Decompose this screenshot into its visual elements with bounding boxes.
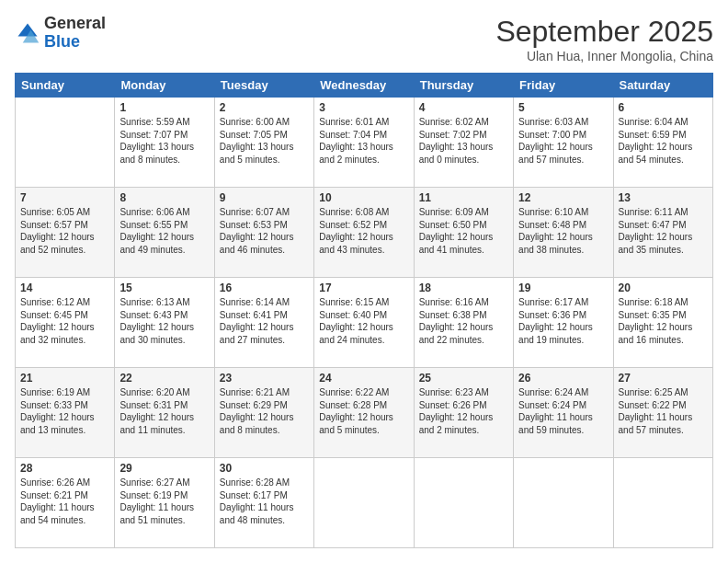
- cell-info-line: Daylight: 11 hours: [20, 501, 109, 514]
- cell-info-line: and 16 minutes.: [619, 334, 708, 347]
- cell-info-line: Sunrise: 6:26 AM: [20, 477, 109, 489]
- calendar-cell: 18Sunrise: 6:16 AMSunset: 6:38 PMDayligh…: [414, 278, 513, 368]
- cell-info-line: Sunrise: 6:11 AM: [619, 206, 708, 219]
- calendar-cell: 20Sunrise: 6:18 AMSunset: 6:35 PMDayligh…: [613, 278, 712, 368]
- cell-info-line: and 8 minutes.: [119, 154, 209, 167]
- day-number: 7: [20, 191, 109, 204]
- header-cell-thursday: Thursday: [414, 74, 513, 98]
- cell-info-line: Sunset: 6:26 PM: [419, 399, 508, 412]
- calendar-cell: 8Sunrise: 6:06 AMSunset: 6:55 PMDaylight…: [115, 188, 214, 278]
- cell-info-line: Sunset: 6:57 PM: [20, 219, 109, 232]
- cell-info-line: Sunrise: 6:27 AM: [119, 477, 209, 489]
- day-number: 20: [619, 282, 708, 294]
- calendar-cell: 7Sunrise: 6:05 AMSunset: 6:57 PMDaylight…: [16, 188, 115, 278]
- cell-info-line: and 52 minutes.: [20, 244, 109, 257]
- cell-info-line: Sunrise: 6:14 AM: [220, 296, 309, 309]
- header-cell-monday: Monday: [115, 74, 214, 98]
- calendar-cell: 15Sunrise: 6:13 AMSunset: 6:43 PMDayligh…: [115, 278, 214, 368]
- cell-info-line: and 46 minutes.: [220, 244, 309, 257]
- calendar-cell: 17Sunrise: 6:15 AMSunset: 6:40 PMDayligh…: [314, 278, 414, 368]
- cell-info-line: and 8 minutes.: [220, 424, 309, 437]
- cell-info-line: Sunset: 6:36 PM: [518, 309, 608, 322]
- day-number: 24: [319, 372, 408, 385]
- cell-info-line: Sunrise: 6:12 AM: [20, 296, 109, 309]
- cell-info-line: and 48 minutes.: [220, 514, 309, 527]
- cell-info-line: Sunset: 6:45 PM: [20, 309, 109, 322]
- cell-info-line: Sunrise: 6:15 AM: [319, 296, 408, 309]
- cell-info-line: Daylight: 12 hours: [518, 321, 608, 334]
- calendar-cell: 1Sunrise: 5:59 AMSunset: 7:07 PMDaylight…: [115, 98, 214, 188]
- cell-info-line: Sunset: 6:19 PM: [119, 489, 209, 502]
- cell-info-line: Sunset: 6:24 PM: [518, 399, 608, 412]
- cell-info-line: Daylight: 12 hours: [619, 141, 708, 154]
- day-number: 10: [319, 191, 408, 204]
- day-number: 18: [419, 282, 508, 294]
- month-title: September 2025: [495, 15, 713, 49]
- cell-info-line: Daylight: 11 hours: [220, 501, 309, 514]
- cell-info-line: Sunset: 6:33 PM: [20, 399, 109, 412]
- cell-info-line: Sunset: 6:43 PM: [119, 309, 209, 322]
- cell-info-line: Sunset: 6:53 PM: [220, 219, 309, 232]
- calendar-cell: 26Sunrise: 6:24 AMSunset: 6:24 PMDayligh…: [514, 368, 613, 458]
- cell-info-line: and 59 minutes.: [518, 424, 608, 437]
- cell-info-line: and 11 minutes.: [119, 424, 209, 437]
- cell-info-line: Sunset: 6:17 PM: [220, 489, 309, 502]
- calendar-cell: 14Sunrise: 6:12 AMSunset: 6:45 PMDayligh…: [16, 278, 115, 368]
- cell-info-line: and 32 minutes.: [20, 334, 109, 347]
- cell-info-line: Daylight: 12 hours: [419, 321, 508, 334]
- cell-info-line: and 43 minutes.: [319, 244, 408, 257]
- day-number: 29: [119, 462, 209, 475]
- cell-info-line: Sunset: 7:07 PM: [119, 129, 209, 142]
- day-number: 28: [20, 462, 109, 475]
- header-cell-tuesday: Tuesday: [214, 74, 313, 98]
- calendar-cell: 3Sunrise: 6:01 AMSunset: 7:04 PMDaylight…: [314, 98, 414, 188]
- calendar-cell: 23Sunrise: 6:21 AMSunset: 6:29 PMDayligh…: [214, 368, 313, 458]
- cell-info-line: Sunset: 6:21 PM: [20, 489, 109, 502]
- title-block: September 2025 Ulan Hua, Inner Mongolia,…: [495, 15, 713, 63]
- location: Ulan Hua, Inner Mongolia, China: [495, 49, 713, 63]
- cell-info-line: Sunrise: 6:20 AM: [119, 386, 209, 399]
- calendar-cell: 2Sunrise: 6:00 AMSunset: 7:05 PMDaylight…: [214, 98, 313, 188]
- cell-info-line: Sunrise: 6:03 AM: [518, 116, 608, 129]
- day-number: 1: [119, 101, 209, 114]
- cell-info-line: and 22 minutes.: [419, 334, 508, 347]
- cell-info-line: Sunrise: 6:25 AM: [619, 386, 708, 399]
- calendar-cell: 13Sunrise: 6:11 AMSunset: 6:47 PMDayligh…: [613, 188, 712, 278]
- cell-info-line: Sunrise: 6:07 AM: [220, 206, 309, 219]
- calendar-cell: 10Sunrise: 6:08 AMSunset: 6:52 PMDayligh…: [314, 188, 414, 278]
- cell-info-line: Daylight: 12 hours: [119, 231, 209, 244]
- cell-info-line: Sunrise: 6:19 AM: [20, 386, 109, 399]
- cell-info-line: Sunrise: 6:16 AM: [419, 296, 508, 309]
- day-number: 5: [518, 101, 608, 114]
- cell-info-line: and 49 minutes.: [119, 244, 209, 257]
- cell-info-line: and 57 minutes.: [518, 154, 608, 167]
- day-number: 15: [119, 282, 209, 294]
- day-number: 6: [619, 101, 708, 114]
- calendar-cell: [414, 458, 513, 548]
- logo-general: General: [44, 14, 106, 32]
- day-number: 16: [220, 282, 309, 294]
- cell-info-line: Sunrise: 6:00 AM: [220, 116, 309, 129]
- week-row-4: 28Sunrise: 6:26 AMSunset: 6:21 PMDayligh…: [16, 458, 713, 548]
- cell-info-line: and 2 minutes.: [419, 424, 508, 437]
- cell-info-line: Sunset: 6:55 PM: [119, 219, 209, 232]
- cell-info-line: Sunset: 7:04 PM: [319, 129, 408, 142]
- calendar-cell: 19Sunrise: 6:17 AMSunset: 6:36 PMDayligh…: [514, 278, 613, 368]
- cell-info-line: and 19 minutes.: [518, 334, 608, 347]
- week-row-0: 1Sunrise: 5:59 AMSunset: 7:07 PMDaylight…: [16, 98, 713, 188]
- cell-info-line: Sunset: 7:05 PM: [220, 129, 309, 142]
- cell-info-line: Sunrise: 6:01 AM: [319, 116, 408, 129]
- header-cell-wednesday: Wednesday: [314, 74, 414, 98]
- cell-info-line: Sunset: 6:31 PM: [119, 399, 209, 412]
- cell-info-line: Sunrise: 6:28 AM: [220, 477, 309, 489]
- cell-info-line: and 35 minutes.: [619, 244, 708, 257]
- logo-text: General Blue: [44, 15, 106, 52]
- cell-info-line: and 2 minutes.: [319, 154, 408, 167]
- cell-info-line: Sunset: 6:52 PM: [319, 219, 408, 232]
- calendar-cell: 21Sunrise: 6:19 AMSunset: 6:33 PMDayligh…: [16, 368, 115, 458]
- cell-info-line: and 13 minutes.: [20, 424, 109, 437]
- day-number: 4: [419, 101, 508, 114]
- day-number: 30: [220, 462, 309, 475]
- cell-info-line: Daylight: 12 hours: [119, 321, 209, 334]
- day-number: 21: [20, 372, 109, 385]
